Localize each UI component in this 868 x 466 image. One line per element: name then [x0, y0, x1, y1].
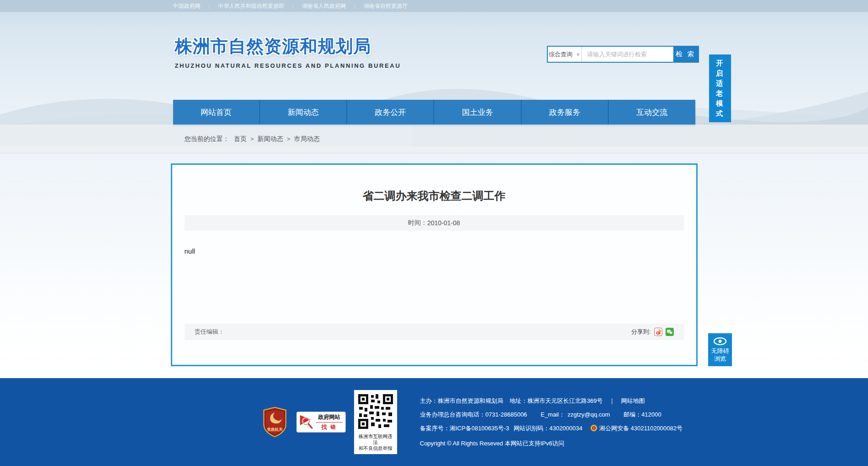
accessibility-line2: 浏览 — [710, 355, 730, 363]
organizer-value: 株洲市自然资源和规划局 — [438, 397, 503, 404]
postcode-label: 邮编： — [623, 411, 641, 418]
breadcrumb-band: 您当前的位置： 首页 > 新闻动态 > 市局动态 — [0, 125, 868, 153]
find-error-top-label: 政府网站 — [316, 413, 343, 423]
topbar-link-hunan-nr[interactable]: 湖南省自然资源厅 — [364, 2, 408, 10]
site-id-label: 网站识别码： — [513, 425, 549, 432]
icp-link[interactable]: 湘ICP备08100635号-3 — [450, 425, 509, 432]
sitemap-link[interactable]: 网站地图 — [621, 397, 645, 404]
breadcrumb-news[interactable]: 新闻动态 — [257, 135, 283, 143]
article-footer-bar: 责任编辑： 分享到: — [185, 324, 684, 340]
elder-mode-line1: 开启 — [712, 58, 728, 78]
breadcrumb-label: 您当前的位置： — [185, 135, 229, 143]
chevron-down-icon: ∨ — [576, 51, 580, 57]
site-id-value: 4302000034 — [549, 425, 582, 432]
search-category-label: 综合查询 — [549, 50, 573, 59]
page-footer: 党政机关 政府网站 找 错 — [0, 378, 868, 466]
postcode-value: 412000 — [641, 411, 661, 418]
nav-item-home[interactable]: 网站首页 — [173, 100, 260, 125]
footer-divider: ｜ — [609, 397, 615, 404]
footer-line-contact: 业务办理总台咨询电话：0731-28685006 E_mail：zzgtzy@q… — [420, 408, 683, 422]
eye-icon — [713, 337, 727, 345]
site-header: 株洲市自然资源和规划局 ZHUZHOU NATURAL RESOURCES AN… — [0, 12, 868, 100]
email-value: zzgtzy@qq.com — [568, 411, 610, 418]
topbar-link-gov-cn[interactable]: 中国政府网 — [173, 2, 201, 10]
article-container: 省二调办来我市检查二调工作 时间： 2010-01-08 null 责任编辑： … — [171, 163, 698, 366]
report-caption-line1: 株洲市互联网违法 — [357, 433, 394, 445]
topbar-separator: ｜ — [290, 3, 295, 10]
site-title[interactable]: 株洲市自然资源和规划局 — [175, 35, 401, 58]
share-label: 分享到: — [631, 328, 651, 336]
breadcrumb-bureau-news[interactable]: 市局动态 — [294, 135, 320, 143]
search-input[interactable] — [582, 47, 673, 62]
nav-item-gov-service[interactable]: 政务服务 — [522, 100, 609, 125]
find-error-bottom-label: 找 错 — [316, 423, 343, 431]
breadcrumb-home[interactable]: 首页 — [234, 135, 247, 143]
email-label: E_mail： — [540, 411, 565, 418]
breadcrumb-separator: > — [287, 135, 290, 142]
svg-text:党政机关: 党政机关 — [267, 427, 283, 432]
editor-label: 责任编辑： — [195, 328, 224, 336]
nav-item-interaction[interactable]: 互动交流 — [609, 100, 695, 125]
article-title: 省二调办来我市检查二调工作 — [185, 189, 684, 203]
topbar-link-mnr[interactable]: 中华人民共和国自然资源部 — [218, 2, 284, 10]
qr-code-image — [357, 393, 394, 430]
nav-item-gov-info[interactable]: 政务公开 — [347, 100, 434, 125]
organizer-label: 主办： — [420, 397, 438, 404]
address-value: 株洲市天元区长江北路369号 — [527, 397, 603, 404]
article-time-label: 时间： — [408, 219, 427, 227]
search-box: 综合查询 ∨ 检 索 — [547, 46, 699, 63]
search-button[interactable]: 检 索 — [673, 47, 698, 62]
footer-info: 主办：株洲市自然资源和规划局 地址：株洲市天元区长江北路369号 ｜ 网站地图 … — [420, 394, 683, 450]
police-badge-icon — [590, 423, 597, 437]
main-nav: 网站首页 新闻动态 政务公开 国土业务 政务服务 互动交流 — [0, 100, 868, 125]
report-caption-line2: 和不良信息举报 — [357, 445, 394, 451]
icp-label: 备案序号： — [420, 425, 450, 432]
magnifier-flag-icon — [300, 414, 313, 430]
phone-label: 业务办理总台咨询电话： — [420, 411, 486, 418]
top-link-bar: 中国政府网 ｜ 中华人民共和国自然资源部 ｜ 湖南省人民政府网 ｜ 湖南省自然资… — [0, 0, 868, 12]
elder-mode-line2: 适老 — [712, 78, 728, 98]
article-meta-bar: 时间： 2010-01-08 — [185, 215, 684, 231]
address-label: 地址： — [509, 397, 527, 404]
phone-value: 0731-28685006 — [486, 411, 527, 418]
accessibility-line1: 无障碍 — [710, 347, 730, 355]
wechat-share-icon[interactable] — [666, 328, 674, 336]
site-logo[interactable]: 株洲市自然资源和规划局 ZHUZHOU NATURAL RESOURCES AN… — [175, 35, 401, 69]
elder-mode-button[interactable]: 开启 适老 模式 — [709, 54, 731, 122]
find-error-badge[interactable]: 政府网站 找 错 — [296, 412, 346, 433]
nav-item-news[interactable]: 新闻动态 — [260, 100, 347, 125]
footer-line-record: 备案序号：湘ICP备08100635号-3 网站识别码：4302000034 湘… — [420, 422, 683, 437]
weibo-share-icon[interactable] — [654, 328, 662, 336]
elder-mode-line3: 模式 — [712, 98, 728, 119]
topbar-separator: ｜ — [207, 3, 212, 10]
police-record-link[interactable]: 湘公网安备 43021102000082号 — [599, 425, 682, 432]
report-qr-card: 株洲市互联网违法 和不良信息举报 — [354, 390, 397, 454]
topbar-link-hunan-gov[interactable]: 湖南省人民政府网 — [302, 2, 346, 10]
footer-line-organizer: 主办：株洲市自然资源和规划局 地址：株洲市天元区长江北路369号 ｜ 网站地图 — [420, 394, 683, 408]
article-body: null — [185, 231, 684, 324]
article-time-value: 2010-01-08 — [427, 219, 460, 227]
breadcrumb-separator: > — [251, 135, 254, 142]
search-category-select[interactable]: 综合查询 ∨ — [548, 47, 582, 62]
site-subtitle: ZHUZHOU NATURAL RESOURCES AND PLANNING B… — [175, 62, 401, 69]
accessibility-button[interactable]: 无障碍 浏览 — [708, 333, 732, 366]
party-gov-badge[interactable]: 党政机关 — [262, 407, 287, 437]
nav-item-land-business[interactable]: 国土业务 — [434, 100, 521, 125]
footer-line-copyright: Copyright © All Rights Reseved 本网站已支持IPv… — [420, 437, 683, 450]
topbar-separator: ｜ — [352, 3, 357, 10]
